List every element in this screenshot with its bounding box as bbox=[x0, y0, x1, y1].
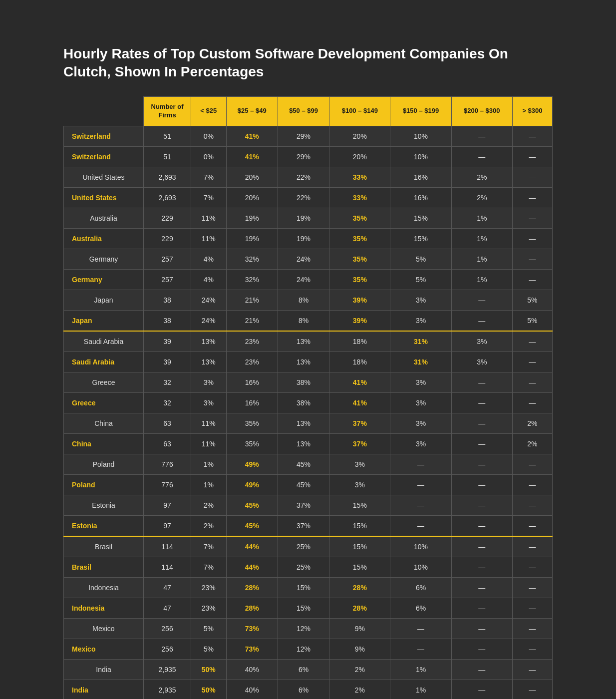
cell-num_firms: 47 bbox=[144, 598, 191, 618]
table-row: United States2,6937%20%22%33%16%2%— bbox=[64, 187, 553, 208]
cell-gt300: — bbox=[512, 474, 552, 495]
cell-50_99: 8% bbox=[278, 310, 329, 331]
col-header-num_firms: Number of Firms bbox=[144, 96, 191, 126]
cell-150_199: 5% bbox=[390, 269, 451, 290]
table-row: Japan3824%21%8%39%3%—5% bbox=[64, 310, 553, 331]
page-title: Hourly Rates of Top Custom Software Deve… bbox=[63, 45, 553, 81]
col-header-50_99: $50 – $99 bbox=[278, 96, 329, 126]
cell-lt25: 4% bbox=[191, 249, 227, 269]
cell-25_49: 32% bbox=[226, 269, 278, 290]
cell-50_99: 22% bbox=[278, 167, 329, 187]
cell-200_300: 3% bbox=[451, 331, 512, 352]
cell-lt25: 50% bbox=[191, 680, 227, 699]
cell-country: Poland bbox=[64, 454, 144, 474]
cell-lt25: 5% bbox=[191, 639, 227, 659]
cell-100_149: 37% bbox=[329, 433, 390, 454]
cell-country: Brasil bbox=[64, 536, 144, 557]
cell-gt300: — bbox=[512, 557, 552, 577]
cell-25_49: 40% bbox=[226, 680, 278, 699]
cell-50_99: 19% bbox=[278, 228, 329, 249]
cell-25_49: 19% bbox=[226, 228, 278, 249]
cell-100_149: 28% bbox=[329, 598, 390, 618]
cell-200_300: 1% bbox=[451, 269, 512, 290]
cell-country: Indonesia bbox=[64, 577, 144, 598]
cell-num_firms: 114 bbox=[144, 536, 191, 557]
cell-25_49: 16% bbox=[226, 392, 278, 413]
cell-200_300: 3% bbox=[451, 351, 512, 372]
cell-country: Indonesia bbox=[64, 598, 144, 618]
cell-country: Brasil bbox=[64, 557, 144, 577]
cell-100_149: 9% bbox=[329, 639, 390, 659]
cell-lt25: 13% bbox=[191, 331, 227, 352]
cell-25_49: 41% bbox=[226, 146, 278, 167]
cell-50_99: 29% bbox=[278, 146, 329, 167]
cell-lt25: 1% bbox=[191, 474, 227, 495]
cell-50_99: 25% bbox=[278, 557, 329, 577]
cell-50_99: 13% bbox=[278, 433, 329, 454]
cell-country: India bbox=[64, 680, 144, 699]
cell-lt25: 7% bbox=[191, 187, 227, 208]
cell-gt300: — bbox=[512, 126, 552, 146]
cell-gt300: 2% bbox=[512, 433, 552, 454]
cell-100_149: 2% bbox=[329, 659, 390, 680]
table-row: Saudi Arabia3913%23%13%18%31%3%— bbox=[64, 351, 553, 372]
cell-150_199: 1% bbox=[390, 659, 451, 680]
cell-gt300: — bbox=[512, 372, 552, 392]
cell-lt25: 50% bbox=[191, 659, 227, 680]
cell-lt25: 7% bbox=[191, 536, 227, 557]
cell-num_firms: 2,693 bbox=[144, 167, 191, 187]
cell-country: United States bbox=[64, 167, 144, 187]
cell-150_199: 31% bbox=[390, 351, 451, 372]
cell-lt25: 3% bbox=[191, 392, 227, 413]
cell-num_firms: 63 bbox=[144, 413, 191, 433]
cell-50_99: 37% bbox=[278, 495, 329, 515]
cell-25_49: 40% bbox=[226, 659, 278, 680]
cell-100_149: 3% bbox=[329, 454, 390, 474]
cell-50_99: 13% bbox=[278, 351, 329, 372]
cell-gt300: — bbox=[512, 618, 552, 639]
cell-100_149: 18% bbox=[329, 331, 390, 352]
cell-200_300: — bbox=[451, 598, 512, 618]
cell-150_199: 10% bbox=[390, 557, 451, 577]
cell-150_199: 3% bbox=[390, 310, 451, 331]
cell-50_99: 13% bbox=[278, 331, 329, 352]
cell-100_149: 18% bbox=[329, 351, 390, 372]
cell-25_49: 35% bbox=[226, 433, 278, 454]
col-header-25_49: $25 – $49 bbox=[226, 96, 278, 126]
cell-num_firms: 39 bbox=[144, 331, 191, 352]
cell-num_firms: 256 bbox=[144, 618, 191, 639]
col-header-200_300: $200 – $300 bbox=[451, 96, 512, 126]
main-container: Hourly Rates of Top Custom Software Deve… bbox=[33, 20, 583, 699]
cell-lt25: 7% bbox=[191, 557, 227, 577]
cell-50_99: 12% bbox=[278, 639, 329, 659]
cell-50_99: 25% bbox=[278, 536, 329, 557]
cell-150_199: 3% bbox=[390, 290, 451, 310]
cell-25_49: 44% bbox=[226, 557, 278, 577]
cell-num_firms: 38 bbox=[144, 290, 191, 310]
cell-150_199: — bbox=[390, 474, 451, 495]
cell-lt25: 11% bbox=[191, 208, 227, 228]
cell-150_199: 16% bbox=[390, 187, 451, 208]
cell-100_149: 15% bbox=[329, 536, 390, 557]
cell-100_149: 37% bbox=[329, 413, 390, 433]
cell-200_300: — bbox=[451, 474, 512, 495]
cell-100_149: 33% bbox=[329, 167, 390, 187]
cell-num_firms: 257 bbox=[144, 269, 191, 290]
cell-gt300: — bbox=[512, 454, 552, 474]
cell-100_149: 20% bbox=[329, 146, 390, 167]
col-header-100_149: $100 – $149 bbox=[329, 96, 390, 126]
cell-150_199: — bbox=[390, 495, 451, 515]
cell-country: India bbox=[64, 659, 144, 680]
cell-gt300: 5% bbox=[512, 310, 552, 331]
cell-lt25: 13% bbox=[191, 351, 227, 372]
cell-150_199: 3% bbox=[390, 433, 451, 454]
cell-country: Australia bbox=[64, 228, 144, 249]
cell-150_199: 15% bbox=[390, 208, 451, 228]
cell-num_firms: 776 bbox=[144, 454, 191, 474]
col-header-lt25: < $25 bbox=[191, 96, 227, 126]
cell-100_149: 15% bbox=[329, 557, 390, 577]
cell-country: Mexico bbox=[64, 618, 144, 639]
cell-25_49: 20% bbox=[226, 167, 278, 187]
cell-150_199: 10% bbox=[390, 146, 451, 167]
cell-country: Mexico bbox=[64, 639, 144, 659]
